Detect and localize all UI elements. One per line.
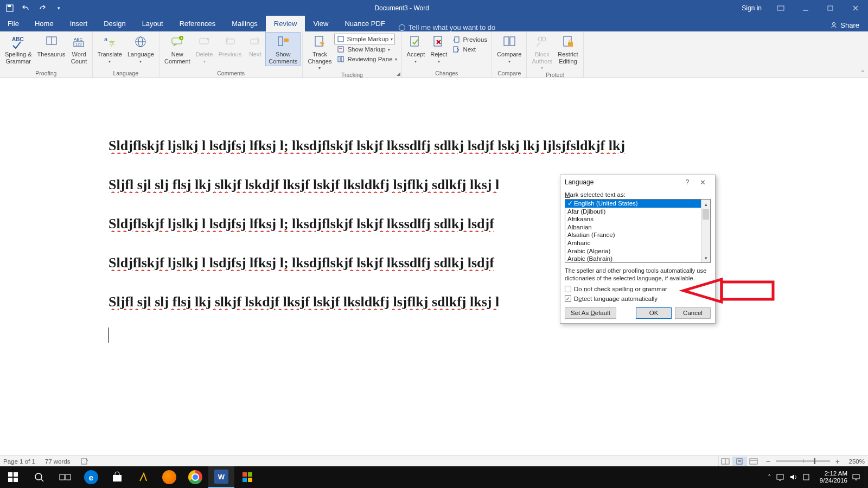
undo-icon[interactable]: [22, 4, 30, 12]
track-changes-button[interactable]: Track Changes ▾: [305, 33, 334, 72]
taskbar-store-icon[interactable]: [104, 466, 130, 488]
language-option[interactable]: ✓English (United States): [565, 200, 701, 208]
language-listbox[interactable]: ✓English (United States)Afar (Djibouti)A…: [565, 199, 711, 263]
tab-layout[interactable]: Layout: [134, 16, 171, 31]
ribbon-display-options-icon[interactable]: [768, 0, 793, 16]
zoom-in-button[interactable]: +: [835, 457, 840, 466]
word-count-button[interactable]: ABC123 Word Count: [68, 33, 90, 66]
word-count-indicator[interactable]: 77 words: [45, 458, 71, 465]
task-view-icon[interactable]: [52, 466, 78, 488]
set-as-default-button[interactable]: Set As Default: [565, 307, 616, 319]
next-change-button[interactable]: Next: [450, 44, 489, 54]
language-option[interactable]: Amharic: [565, 239, 701, 247]
scroll-down-icon[interactable]: ▾: [701, 253, 710, 262]
tab-view[interactable]: View: [305, 16, 336, 31]
show-desktop-button[interactable]: [865, 466, 868, 488]
svg-rect-63: [248, 478, 252, 482]
tray-notes-icon[interactable]: [802, 473, 815, 481]
close-button[interactable]: [843, 0, 868, 16]
previous-change-button[interactable]: Previous: [450, 35, 489, 44]
spelling-grammar-button[interactable]: ABC Spelling & Grammar: [2, 33, 35, 66]
proofing-status-icon[interactable]: [80, 458, 89, 465]
translate-button[interactable]: a字 Translate ▾: [95, 33, 125, 65]
tab-nuance-pdf[interactable]: Nuance PDF: [336, 16, 393, 31]
sign-in-link[interactable]: Sign in: [735, 4, 768, 12]
tab-mailings[interactable]: Mailings: [224, 16, 266, 31]
show-markup-dropdown[interactable]: Show Markup ▾: [334, 44, 399, 54]
start-button[interactable]: [0, 466, 26, 488]
tab-references[interactable]: References: [171, 16, 224, 31]
svg-rect-1: [8, 5, 11, 7]
file-tab[interactable]: File: [0, 16, 27, 31]
block-authors-button[interactable]: Block Authors ▾: [529, 33, 555, 72]
accept-button[interactable]: Accept ▾: [404, 33, 428, 65]
thesaurus-button[interactable]: Thesaurus: [35, 33, 68, 59]
previous-comment-button[interactable]: Previous: [215, 33, 244, 59]
scroll-up-icon[interactable]: ▴: [701, 200, 710, 209]
new-comment-button[interactable]: + New Comment: [162, 33, 193, 66]
detect-language-checkbox[interactable]: ✓ Detect language automatically: [565, 296, 711, 302]
tab-review[interactable]: Review: [266, 16, 305, 31]
share-button[interactable]: Share: [825, 18, 865, 31]
delete-comment-button[interactable]: Delete ▾: [193, 33, 216, 65]
svg-line-56: [41, 479, 43, 481]
dialog-help-icon[interactable]: ?: [680, 178, 694, 186]
zoom-slider[interactable]: [776, 460, 830, 462]
document-line[interactable]: Sldjflskjf ljslkj l lsdjfsj lfksj l; lks…: [108, 138, 760, 154]
tray-overflow-icon[interactable]: ˄: [763, 473, 776, 481]
print-layout-icon[interactable]: [732, 457, 746, 466]
language-option[interactable]: Afar (Djibouti): [565, 208, 701, 216]
compare-button[interactable]: Compare ▾: [494, 33, 524, 65]
zoom-out-button[interactable]: −: [766, 457, 770, 466]
taskbar-word-icon[interactable]: W: [208, 466, 234, 488]
tab-home[interactable]: Home: [27, 16, 62, 31]
previous-change-icon: [452, 35, 461, 44]
dialog-titlebar[interactable]: Language ? ✕: [560, 175, 715, 189]
action-center-icon[interactable]: [852, 473, 865, 481]
reviewing-pane-dropdown[interactable]: Reviewing Pane ▾: [334, 54, 399, 64]
dialog-close-button[interactable]: ✕: [694, 178, 711, 187]
redo-icon[interactable]: [38, 4, 47, 12]
taskbar-edge-icon[interactable]: e: [78, 466, 104, 488]
new-comment-icon: +: [169, 34, 186, 50]
show-comments-button[interactable]: Show Comments: [266, 33, 300, 66]
page-indicator[interactable]: Page 1 of 1: [3, 458, 35, 465]
language-option[interactable]: Albanian: [565, 223, 701, 232]
language-button[interactable]: Language ▾: [125, 33, 157, 65]
taskbar-winamp-icon[interactable]: [130, 466, 156, 488]
scroll-thumb[interactable]: [703, 209, 709, 220]
display-for-review-dropdown[interactable]: Simple Markup ▾: [334, 34, 395, 44]
qat-customize-icon[interactable]: ▾: [54, 4, 63, 12]
cortana-search-icon[interactable]: [26, 466, 52, 488]
tab-insert[interactable]: Insert: [62, 16, 96, 31]
language-option[interactable]: Afrikaans: [565, 215, 701, 223]
taskbar-firefox-icon[interactable]: [156, 466, 182, 488]
tracking-dialog-launcher-icon[interactable]: ◢: [397, 71, 400, 76]
read-mode-icon[interactable]: [718, 457, 732, 466]
cancel-button[interactable]: Cancel: [675, 307, 711, 319]
system-clock[interactable]: 2:12 AM 9/24/2016: [815, 470, 852, 484]
next-comment-button[interactable]: Next: [244, 33, 266, 59]
tray-network-icon[interactable]: [776, 473, 789, 481]
collapse-ribbon-icon[interactable]: ⌃: [860, 69, 865, 75]
language-option[interactable]: Alsatian (France): [565, 231, 701, 239]
tell-me-search[interactable]: Tell me what you want to do: [399, 23, 495, 31]
minimize-button[interactable]: [793, 0, 818, 16]
document-area[interactable]: Sldjflskjf ljslkj l lsdjfsj lfksj l; lks…: [0, 78, 868, 455]
language-option[interactable]: Arabic (Algeria): [565, 247, 701, 255]
zoom-level[interactable]: 250%: [845, 458, 865, 465]
save-icon[interactable]: [5, 4, 14, 12]
ok-button[interactable]: OK: [636, 307, 672, 319]
listbox-scrollbar[interactable]: ▴ ▾: [701, 200, 710, 262]
maximize-button[interactable]: [818, 0, 843, 16]
reject-button[interactable]: Reject ▾: [427, 33, 450, 65]
web-layout-icon[interactable]: [746, 457, 761, 466]
restrict-editing-button[interactable]: Restrict Editing: [555, 33, 580, 66]
language-option[interactable]: Arabic (Bahrain): [565, 255, 701, 262]
tray-volume-icon[interactable]: [789, 473, 802, 481]
tab-design[interactable]: Design: [95, 16, 133, 31]
taskbar-app-icon[interactable]: [234, 466, 260, 488]
svg-text:123: 123: [75, 42, 82, 46]
do-not-check-checkbox[interactable]: Do not check spelling or grammar: [565, 286, 711, 292]
taskbar-chrome-icon[interactable]: [182, 466, 208, 488]
